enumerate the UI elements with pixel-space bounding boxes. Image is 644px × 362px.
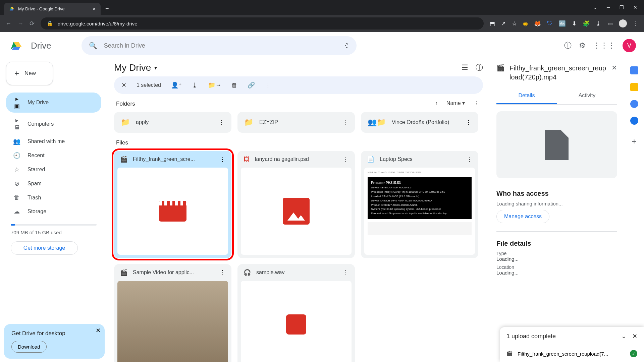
get-storage-button[interactable]: Get more storage	[11, 241, 78, 255]
computers-icon: ▸ 🖥	[13, 117, 21, 131]
app-name: Drive	[31, 41, 51, 51]
promo-close-icon[interactable]: ✕	[96, 327, 101, 334]
forward-icon[interactable]: →	[17, 20, 23, 27]
selection-bar: ✕ 1 selected 👤⁺ ⭳ 📁→ 🗑 🔗 ⋮	[114, 76, 483, 94]
sort-direction-icon[interactable]: ↑	[435, 100, 438, 106]
browser-tab[interactable]: My Drive - Google Drive ✕	[4, 3, 101, 15]
video-icon: 🎬	[120, 156, 127, 163]
tab-search-icon[interactable]: ⌄	[593, 5, 597, 10]
details-filename: Filthy_frank_green_screen_reupload(720p)…	[509, 64, 607, 82]
close-window-icon[interactable]: ✕	[633, 5, 637, 10]
more-actions-icon[interactable]: ⋮	[265, 81, 271, 89]
file-more-icon[interactable]: ⋮	[466, 156, 472, 163]
new-button[interactable]: + New	[6, 62, 53, 85]
breadcrumb[interactable]: My Drive ▾	[114, 62, 157, 73]
omnibox[interactable]: 🔒 drive.google.com/drive/u/8/my-drive	[41, 17, 484, 29]
info-icon[interactable]: ⓘ	[476, 63, 483, 73]
search-input[interactable]	[104, 42, 334, 49]
sort-by-button[interactable]: Name ▾	[446, 100, 465, 106]
sort-more-icon[interactable]: ⋮	[474, 100, 479, 106]
install-icon[interactable]: ⬒	[490, 20, 495, 27]
tab-details[interactable]: Details	[496, 88, 557, 104]
sidebar-item-spam[interactable]: ⊘Spam	[6, 177, 101, 190]
share-icon[interactable]: ↗	[501, 20, 506, 27]
help-icon[interactable]: ⓘ	[564, 41, 572, 51]
file-more-icon[interactable]: ⋮	[343, 269, 349, 276]
file-card[interactable]: 🎬 Sample Video for applic... ⋮	[114, 264, 231, 362]
maximize-icon[interactable]: ❐	[620, 5, 624, 10]
file-card[interactable]: 🖼 lanyard na gagalin.psd ⋮	[237, 151, 355, 258]
manage-access-button[interactable]: Manage access	[496, 210, 549, 223]
doc-icon: 📄	[367, 156, 374, 163]
recent-icon: 🕘	[13, 152, 21, 159]
sidebar-item-shared[interactable]: 👥Shared with me	[6, 135, 101, 148]
new-tab-button[interactable]: +	[105, 5, 109, 12]
details-panel: 🎬 Filthy_frank_green_screen_reupload(720…	[490, 59, 624, 362]
access-loading: Loading sharing information...	[496, 201, 617, 206]
window-controls: ⌄ ─ ❐ ✕	[593, 5, 644, 10]
drive-logo-icon[interactable]	[8, 38, 24, 54]
reload-icon[interactable]: ⟳	[30, 20, 35, 27]
ext4-icon[interactable]: 🔤	[559, 20, 566, 27]
sidebar-item-storage[interactable]: ☁Storage	[6, 205, 101, 218]
sidebar-item-trash[interactable]: 🗑Trash	[6, 191, 101, 204]
file-card[interactable]: 🎬 Filthy_frank_green_scre... ⋮	[114, 151, 231, 258]
download-button[interactable]: Download	[11, 341, 47, 353]
upload-row[interactable]: 🎬 Filthy_frank_green_screen_reupload(7..…	[500, 345, 644, 362]
success-icon: ✓	[630, 350, 637, 357]
folder-more-icon[interactable]: ⋮	[219, 119, 225, 126]
profile-avatar[interactable]	[619, 19, 627, 27]
collapse-toast-icon[interactable]: ⌄	[621, 333, 626, 340]
ext1-icon[interactable]: ◉	[523, 20, 528, 27]
file-more-icon[interactable]: ⋮	[343, 156, 349, 163]
folder-card[interactable]: 📁 apply ⋮	[114, 112, 231, 133]
folders-heading: Folders	[116, 101, 481, 107]
calendar-icon[interactable]	[630, 66, 638, 74]
file-card[interactable]: 🎧 sample.wav ⋮	[237, 264, 355, 362]
file-card[interactable]: 📄 Laptop Specs ⋮ HP/Intel Core i5-10300 …	[361, 151, 478, 258]
deselect-icon[interactable]: ✕	[121, 81, 126, 89]
bookmark-icon[interactable]: ☆	[512, 20, 517, 27]
video-icon: 🎬	[496, 64, 505, 72]
sidebar-item-starred[interactable]: ☆Starred	[6, 163, 101, 176]
url-text: drive.google.com/drive/u/8/my-drive	[58, 21, 138, 26]
download-icon[interactable]: ⭳	[192, 82, 198, 89]
search-options-icon[interactable]	[341, 42, 349, 50]
downloads-icon[interactable]: ⭳	[596, 20, 601, 27]
folder-card[interactable]: 👥📁 Vince Ordoña (Portfolio) ⋮	[361, 112, 478, 133]
folder-more-icon[interactable]: ⋮	[342, 119, 348, 126]
folder-more-icon[interactable]: ⋮	[466, 119, 472, 126]
back-icon[interactable]: ←	[5, 20, 11, 27]
close-toast-icon[interactable]: ✕	[632, 333, 637, 340]
list-view-icon[interactable]: ☰	[462, 63, 468, 72]
ext5-icon[interactable]: ⬇	[572, 20, 577, 27]
apps-icon[interactable]: ⋮⋮⋮	[593, 41, 615, 50]
sidebar-item-computers[interactable]: ▸ 🖥Computers	[6, 114, 101, 134]
tab-activity[interactable]: Activity	[557, 88, 617, 104]
settings-icon[interactable]: ⚙	[579, 41, 586, 50]
extensions-icon[interactable]: 🧩	[583, 20, 590, 27]
close-tab-icon[interactable]: ✕	[92, 6, 96, 11]
folder-card[interactable]: 📁 EZYZIP ⋮	[237, 112, 355, 133]
account-avatar[interactable]: V	[623, 39, 636, 52]
lock-icon: 🔒	[47, 20, 53, 26]
reading-icon[interactable]: ▭	[607, 20, 613, 27]
ext2-icon[interactable]: 🦊	[534, 20, 541, 27]
close-details-icon[interactable]: ✕	[611, 64, 617, 72]
link-icon[interactable]: 🔗	[248, 81, 255, 89]
file-more-icon[interactable]: ⋮	[219, 156, 225, 163]
file-more-icon[interactable]: ⋮	[219, 269, 225, 276]
ext3-icon[interactable]: 🛡	[547, 20, 553, 27]
chrome-menu-icon[interactable]: ⋮	[633, 20, 639, 27]
contacts-icon[interactable]	[630, 117, 638, 125]
move-icon[interactable]: 📁→	[208, 81, 221, 89]
share-person-icon[interactable]: 👤⁺	[171, 81, 182, 89]
sidebar-item-my-drive[interactable]: ▸ ▣My Drive	[6, 93, 101, 113]
minimize-icon[interactable]: ─	[607, 5, 610, 10]
search-box[interactable]: 🔍	[82, 36, 357, 55]
keep-icon[interactable]	[630, 83, 638, 91]
sidebar-item-recent[interactable]: 🕘Recent	[6, 149, 101, 162]
tasks-icon[interactable]	[630, 100, 638, 108]
delete-icon[interactable]: 🗑	[231, 82, 237, 89]
addons-icon[interactable]: +	[632, 137, 636, 146]
